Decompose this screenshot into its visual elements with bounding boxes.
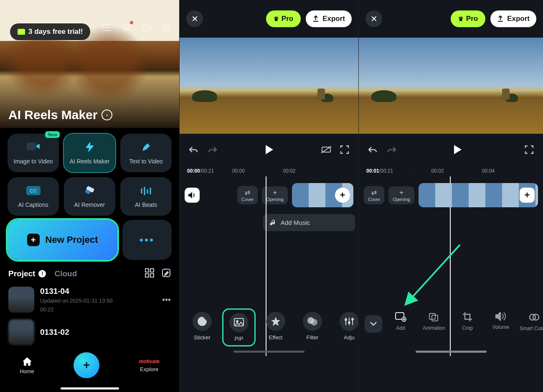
nav-explore[interactable]: motivate Explore xyxy=(139,359,159,372)
video-clip[interactable]: + xyxy=(292,183,353,207)
tool-pip[interactable]: PIP xyxy=(222,308,256,346)
feature-grid: New Image to Video AI Reels Maker Text t… xyxy=(0,128,179,216)
project-menu-icon[interactable]: ••• xyxy=(162,295,171,305)
export-button[interactable]: Export xyxy=(490,10,536,27)
opening-chip[interactable]: +Opening xyxy=(388,186,414,204)
fullscreen-button[interactable] xyxy=(523,143,535,156)
ruler-tick: 00:04 xyxy=(482,168,495,174)
cover-label: Cover xyxy=(368,197,380,202)
video-clip[interactable]: + xyxy=(419,183,538,207)
mute-button[interactable] xyxy=(185,188,200,203)
tool-add[interactable]: Add xyxy=(386,308,416,334)
undo-button[interactable] xyxy=(366,143,379,156)
tool-smart-cutout[interactable]: Smart Cutout xyxy=(519,308,543,335)
svg-point-30 xyxy=(311,319,317,326)
add-clip-button[interactable]: + xyxy=(335,188,350,203)
eraser-icon xyxy=(82,185,97,196)
project-item[interactable]: 0131-02 xyxy=(0,316,179,349)
redo-button[interactable] xyxy=(386,143,398,156)
collapse-button[interactable] xyxy=(365,315,382,333)
feature-label: Image to Video xyxy=(14,158,53,165)
feature-label: AI Remover xyxy=(74,201,105,208)
tool-label: Filter xyxy=(307,334,319,341)
new-project-button[interactable]: + New Project xyxy=(8,220,117,260)
redo-button[interactable] xyxy=(206,143,219,156)
feature-image-to-video[interactable]: New Image to Video xyxy=(8,134,59,172)
edit-icon[interactable] xyxy=(162,268,171,279)
tool-rail: Add Animation Crop Volume Smart Cutout T… xyxy=(359,306,543,356)
add-music-label: Add Music xyxy=(281,219,310,226)
time-current: 00:01 xyxy=(366,168,379,174)
project-tabs: Project ! Cloud xyxy=(0,266,179,283)
play-button[interactable] xyxy=(452,143,464,156)
tool-filter[interactable]: Filter xyxy=(296,308,329,344)
add-music-button[interactable]: Add Music xyxy=(263,214,355,231)
feature-label: AI Reels Maker xyxy=(70,158,110,165)
list-icon[interactable] xyxy=(101,22,112,33)
add-clip-button[interactable]: + xyxy=(520,188,535,203)
time-ruler[interactable]: 00:00/00:21 00:00 · 00:02 · xyxy=(180,165,358,176)
player-controls xyxy=(359,134,543,165)
animation-icon xyxy=(429,312,439,322)
settings-icon[interactable] xyxy=(161,22,173,33)
close-button[interactable]: ✕ xyxy=(365,10,382,27)
upload-icon xyxy=(497,15,504,22)
play-button[interactable] xyxy=(263,143,276,156)
more-button[interactable]: ••• xyxy=(122,220,172,260)
tab-project[interactable]: Project ! xyxy=(8,269,46,278)
grid-view-icon[interactable] xyxy=(145,268,154,279)
cover-chip[interactable]: ⇄Cover xyxy=(364,186,384,204)
editor-screen-tools: ✕ ♛Pro Export 00:00/00:21 00:00 · 00:02 … xyxy=(179,0,358,392)
cutout-icon xyxy=(529,312,540,323)
music-icon xyxy=(270,219,277,226)
video-preview[interactable] xyxy=(359,38,543,134)
tab-cloud[interactable]: Cloud xyxy=(54,269,77,278)
project-duration: 00:22 xyxy=(40,306,156,313)
hero-title-row[interactable]: AI Reels Maker › xyxy=(8,108,112,122)
hdr-button[interactable] xyxy=(320,143,332,156)
tool-rail: Sticker PIP Effect Filter Adju xyxy=(180,306,358,356)
tool-effect[interactable]: Effect xyxy=(259,308,292,344)
feature-ai-captions[interactable]: CC AI Captions xyxy=(8,177,59,216)
cloud-icon[interactable] xyxy=(141,22,152,33)
nav-create-button[interactable]: + xyxy=(74,352,99,378)
cover-chip[interactable]: ⇄Cover xyxy=(237,186,258,204)
layers-icon[interactable] xyxy=(121,22,132,33)
feature-ai-beats[interactable]: AI Beats xyxy=(120,177,172,216)
filter-icon xyxy=(303,312,322,331)
timeline[interactable]: ⇄Cover +Opening + Add Music Sticker PIP … xyxy=(180,176,358,356)
export-button[interactable]: Export xyxy=(306,10,352,27)
project-name: 0131-04 xyxy=(40,287,156,296)
tool-label: Sticker xyxy=(194,334,211,341)
svg-marker-28 xyxy=(271,317,280,326)
tool-adjust[interactable]: Adju xyxy=(332,308,358,344)
trial-text: 3 days free trial! xyxy=(28,28,83,36)
feature-ai-remover[interactable]: AI Remover xyxy=(64,177,115,216)
svg-marker-3 xyxy=(122,24,131,28)
feature-text-to-video[interactable]: Text to Video xyxy=(120,134,172,172)
crown-icon: ♛ xyxy=(274,15,279,22)
timeline[interactable]: ⇄Cover +Opening + Add Animation Crop Vol… xyxy=(359,176,543,356)
tool-animation[interactable]: Animation xyxy=(419,308,449,334)
svg-marker-24 xyxy=(188,192,192,199)
tool-volume[interactable]: Volume xyxy=(486,308,516,333)
feature-ai-reels[interactable]: AI Reels Maker xyxy=(64,134,115,172)
opening-label: Opening xyxy=(266,197,284,202)
fullscreen-button[interactable] xyxy=(338,143,351,156)
project-item[interactable]: 0131-04 Updated on 2025-01-31 13:50 00:2… xyxy=(0,283,179,316)
time-ruler[interactable]: 00:01/00:21 · 00:02 · 00:04 xyxy=(359,165,543,176)
volume-icon xyxy=(495,312,506,321)
tool-sticker[interactable]: Sticker xyxy=(185,308,219,344)
video-preview[interactable] xyxy=(180,38,358,134)
pro-button[interactable]: ♛Pro xyxy=(266,10,301,27)
pro-button[interactable]: ♛Pro xyxy=(451,10,485,27)
time-total: 00:21 xyxy=(381,168,393,174)
tool-crop[interactable]: Crop xyxy=(452,308,482,334)
alert-icon: ! xyxy=(38,270,46,277)
undo-button[interactable] xyxy=(187,143,200,156)
svg-rect-17 xyxy=(145,269,149,272)
new-badge: New xyxy=(45,131,60,138)
close-button[interactable]: ✕ xyxy=(186,10,203,27)
free-trial-pill[interactable]: 3 days free trial! xyxy=(10,23,90,40)
nav-home[interactable]: Home xyxy=(20,356,34,374)
